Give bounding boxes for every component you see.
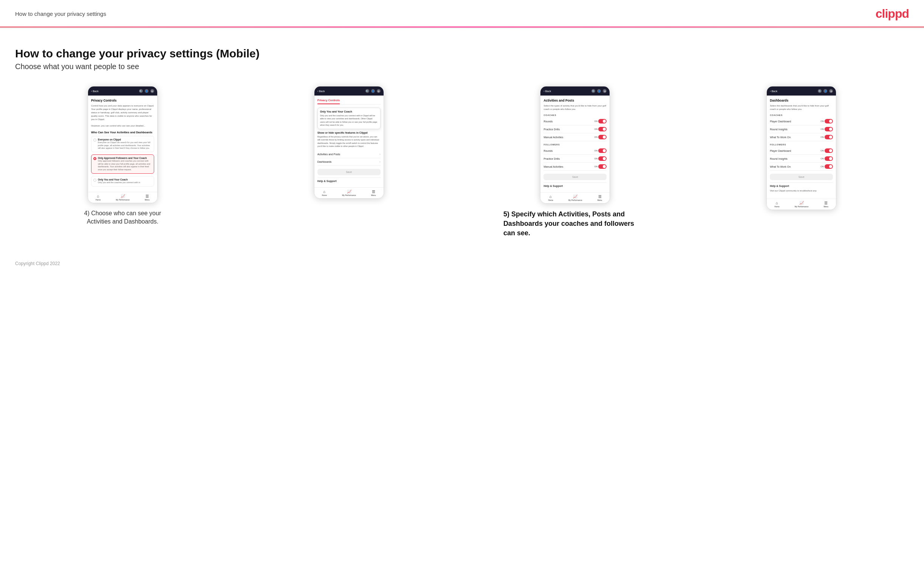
- nav-home[interactable]: ⌂ Home: [95, 194, 100, 201]
- user-icon4[interactable]: 👤: [824, 89, 827, 93]
- screen3-save-btn[interactable]: Save: [543, 174, 607, 180]
- radio-circle-everyone: [93, 139, 96, 142]
- tw-cpd: ON: [821, 119, 833, 124]
- radio-label-coach: Only You and Your Coach: [98, 178, 140, 181]
- toggle-followers-manual-switch[interactable]: [598, 164, 607, 169]
- nav-home-label: Home: [95, 198, 100, 201]
- search-icon2[interactable]: 🔍: [365, 89, 369, 93]
- screen4-bottom-nav: ⌂ Home 📈 My Performance ☰ Menu: [767, 198, 836, 210]
- chart-icon4: 📈: [799, 201, 804, 205]
- toggle-coaches-drills-switch[interactable]: [598, 127, 607, 131]
- screen3-help: Help & Support: [543, 182, 607, 189]
- top-bar-title: How to change your privacy settings: [15, 11, 106, 17]
- screen1-who-label: Who Can See Your Activities and Dashboar…: [91, 131, 154, 134]
- show-feature-heading: Show or hide specific features in Clippd: [317, 131, 381, 134]
- nav-performance[interactable]: 📈 My Performance: [116, 194, 129, 201]
- screen2-bottom-nav: ⌂ Home 📈 My Performance ☰ Menu: [314, 187, 384, 198]
- screen1-section-heading: Privacy Controls: [91, 98, 154, 102]
- screen2-dropdown: Only You and Your Coach Only you and the…: [317, 108, 381, 129]
- nav-home3[interactable]: ⌂ Home: [548, 195, 553, 201]
- show-feature-desc: Regardless of the privacy controls that …: [317, 135, 381, 148]
- nav-performance4[interactable]: 📈 My Performance: [795, 201, 809, 208]
- nav-performance3[interactable]: 📈 My Performance: [569, 195, 582, 201]
- screen1-option-followers[interactable]: Only Approved Followers and Your Coach O…: [91, 155, 154, 174]
- screen3-header-icons: 🔍 👤 ⚙: [591, 89, 607, 93]
- activities-posts-label: Activities and Posts: [317, 153, 341, 156]
- radio-label-followers: Only Approved Followers and Your Coach: [98, 157, 152, 160]
- screen1-back-btn[interactable]: ‹ Back: [91, 90, 99, 92]
- menu-item-dashboards[interactable]: Dashboards ›: [317, 158, 381, 166]
- screen1-bottom-nav: ⌂ Home 📈 My Performance ☰ Menu: [88, 192, 157, 203]
- nav-performance2[interactable]: 📈 My Performance: [342, 190, 356, 197]
- toggle-followers-what-to-work-switch[interactable]: [825, 164, 833, 169]
- screen2-save-btn[interactable]: Save: [317, 169, 381, 175]
- nav-home4[interactable]: ⌂ Home: [774, 201, 779, 208]
- screen4-save-btn[interactable]: Save: [770, 174, 833, 180]
- settings-icon3[interactable]: ⚙: [603, 89, 607, 93]
- nav-home-label3: Home: [548, 199, 553, 201]
- on-label-fm: ON: [594, 165, 598, 168]
- radio-desc-followers: Only approved followers and coaches you …: [98, 160, 152, 171]
- menu-item-activities[interactable]: Activities and Posts ›: [317, 151, 381, 158]
- toggle-coaches-manual-switch[interactable]: [598, 135, 607, 139]
- toggle-coaches-rounds: Rounds ON: [543, 118, 607, 126]
- radio-circle-coach: [93, 179, 96, 182]
- page-title: How to change your privacy settings (Mob…: [15, 47, 909, 60]
- toggle-coaches-player-dash: Player Dashboard ON: [770, 118, 833, 126]
- screen1-option-everyone[interactable]: Everyone on Clippd Everyone on Clippd ca…: [91, 136, 154, 152]
- nav-menu-label2: Menu: [371, 194, 376, 197]
- nav-performance-label: My Performance: [116, 198, 129, 201]
- toggle-followers-drills-switch[interactable]: [598, 156, 607, 161]
- user-icon2[interactable]: 👤: [371, 89, 375, 93]
- tw-cri: ON: [821, 127, 833, 131]
- nav-performance-label4: My Performance: [795, 205, 809, 208]
- toggle-coaches-round-insights-switch[interactable]: [825, 127, 833, 131]
- user-icon[interactable]: 👤: [145, 89, 149, 93]
- tw-fri: ON: [821, 156, 833, 161]
- nav-menu4[interactable]: ☰ Menu: [824, 201, 829, 208]
- radio-desc-coach: Only you and the coaches you connect wit…: [98, 181, 140, 184]
- search-icon[interactable]: 🔍: [139, 89, 143, 93]
- toggle-wrapper-coaches-rounds: ON: [594, 119, 607, 124]
- nav-home2[interactable]: ⌂ Home: [322, 190, 327, 197]
- radio-circle-followers: [93, 157, 96, 160]
- screen4-back-btn[interactable]: ‹ Back: [770, 90, 777, 92]
- settings-icon2[interactable]: ⚙: [377, 89, 381, 93]
- toggle-coaches-player-dash-switch[interactable]: [825, 119, 833, 124]
- toggle-followers-manual: Manual Activities ON: [543, 163, 607, 171]
- settings-icon4[interactable]: ⚙: [829, 89, 833, 93]
- nav-performance-label2: My Performance: [342, 194, 356, 197]
- on-label-cww: ON: [821, 136, 824, 138]
- nav-menu3[interactable]: ☰ Menu: [598, 195, 603, 201]
- nav-menu2[interactable]: ☰ Menu: [371, 190, 376, 197]
- screen1-option-coach[interactable]: Only You and Your Coach Only you and the…: [91, 176, 154, 187]
- settings-icon[interactable]: ⚙: [150, 89, 154, 93]
- user-icon3[interactable]: 👤: [597, 89, 601, 93]
- screen3-back-btn[interactable]: ‹ Back: [543, 90, 551, 92]
- chart-icon3: 📈: [573, 195, 577, 198]
- toggle-wrapper-coaches-manual: ON: [594, 135, 607, 139]
- search-icon3[interactable]: 🔍: [591, 89, 595, 93]
- on-label-cri: ON: [821, 128, 824, 130]
- coaches-drills-label: Practice Drills: [543, 128, 560, 131]
- logo: clippd: [876, 7, 909, 21]
- nav-menu[interactable]: ☰ Menu: [145, 194, 150, 201]
- dashboards-label: Dashboards: [317, 161, 332, 163]
- privacy-controls-tab[interactable]: Privacy Controls: [317, 98, 340, 104]
- page-subtitle: Choose what you want people to see: [15, 62, 909, 71]
- dropdown-heading: Only You and Your Coach: [320, 110, 378, 113]
- screen1-mockup: ‹ Back 🔍 👤 ⚙ Privacy Controls Control ho…: [88, 86, 158, 203]
- toggle-coaches-rounds-switch[interactable]: [598, 119, 607, 124]
- coaches-manual-label: Manual Activities: [543, 136, 563, 139]
- toggle-coaches-what-to-work-switch[interactable]: [825, 135, 833, 139]
- copyright: Copyright Clippd 2022: [15, 261, 60, 266]
- toggle-coaches-drills: Practice Drills ON: [543, 126, 607, 133]
- screen2-back-btn[interactable]: ‹ Back: [317, 90, 325, 92]
- nav-home-label4: Home: [774, 205, 779, 208]
- toggle-followers-player-dash-switch[interactable]: [825, 148, 833, 153]
- toggle-followers-round-insights-switch[interactable]: [825, 156, 833, 161]
- search-icon4[interactable]: 🔍: [818, 89, 822, 93]
- toggle-followers-player-dash: Player Dashboard ON: [770, 147, 833, 155]
- screen3-group: ‹ Back 🔍 👤 ⚙ Activities and Posts Select…: [468, 86, 683, 238]
- toggle-followers-rounds-switch[interactable]: [598, 148, 607, 153]
